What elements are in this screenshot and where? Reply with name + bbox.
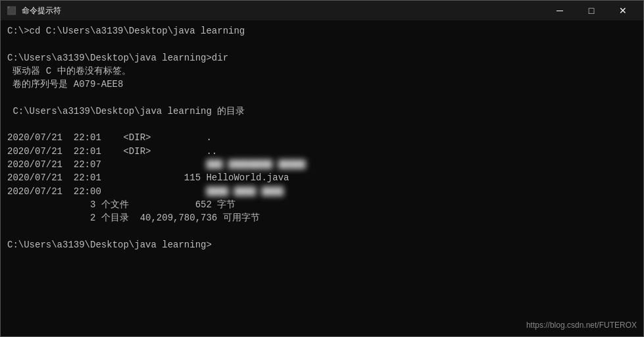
- line-dirpath: C:\Users\a3139\Desktop\java learning 的目录: [7, 105, 637, 118]
- line-row1: 2020/07/21 22:01 <DIR> .: [7, 131, 637, 144]
- line-row5: 2020/07/21 22:00 ████ ████ ████: [7, 185, 637, 198]
- line-blank2: [7, 91, 637, 104]
- blurred-filename-2: ████ ████ ████: [206, 186, 284, 197]
- minimize-button[interactable]: ─: [545, 1, 575, 20]
- line-serial: 卷的序列号是 A079-AEE8: [7, 78, 637, 91]
- watermark: https://blog.csdn.net/FUTEROX: [526, 320, 637, 331]
- line-row3: 2020/07/21 22:07 ███ ████████ █████: [7, 158, 637, 171]
- line-cmd2: C:\Users\a3139\Desktop\java learning>dir: [7, 51, 637, 65]
- close-button[interactable]: ✕: [608, 1, 638, 20]
- terminal-body[interactable]: C:\>cd C:\Users\a3139\Desktop\java learn…: [1, 20, 643, 336]
- line-cmd1: C:\>cd C:\Users\a3139\Desktop\java learn…: [7, 24, 637, 38]
- cmd-window: ⬛ 命令提示符 ─ □ ✕ C:\>cd C:\Users\a3139\Desk…: [0, 0, 644, 337]
- title-bar: ⬛ 命令提示符 ─ □ ✕: [1, 1, 643, 20]
- maximize-button[interactable]: □: [576, 1, 607, 20]
- line-blank1: [7, 38, 637, 51]
- line-blank3: [7, 118, 637, 131]
- line-summary2: 2 个目录 40,209,780,736 可用字节: [7, 211, 637, 224]
- line-row2: 2020/07/21 22:01 <DIR> ..: [7, 145, 637, 158]
- line-drive: 驱动器 C 中的卷没有标签。: [7, 65, 637, 78]
- blurred-filename-1: ███ ████████ █████: [206, 159, 305, 170]
- cmd-icon: ⬛: [6, 5, 16, 16]
- title-bar-left: ⬛ 命令提示符: [6, 5, 61, 16]
- line-prompt: C:\Users\a3139\Desktop\java learning>: [7, 238, 637, 251]
- line-blank4: [7, 224, 637, 238]
- window-title: 命令提示符: [22, 5, 61, 16]
- line-summary1: 3 个文件 652 字节: [7, 198, 637, 211]
- line-row4: 2020/07/21 22:01 115 HelloWorld.java: [7, 171, 637, 184]
- window-controls: ─ □ ✕: [545, 1, 638, 20]
